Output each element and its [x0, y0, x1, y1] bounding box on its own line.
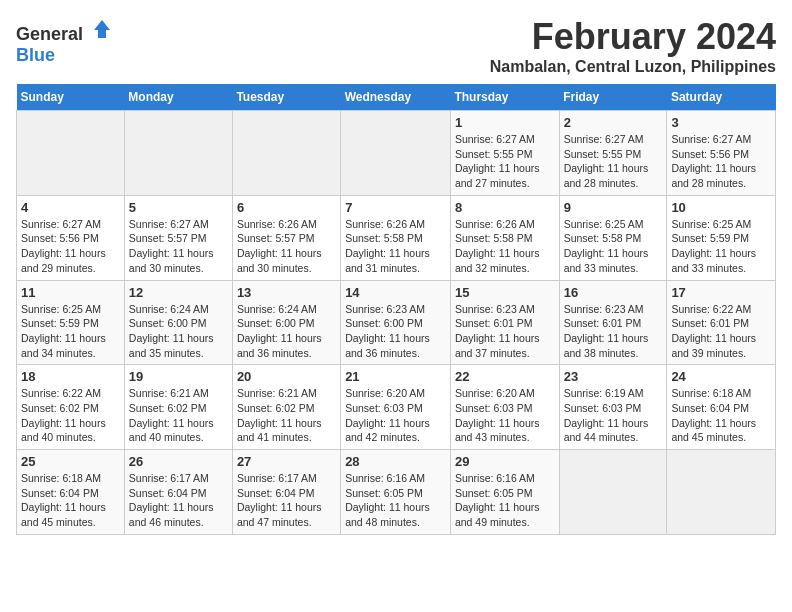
- logo-blue: Blue: [16, 45, 55, 65]
- day-cell: 8Sunrise: 6:26 AM Sunset: 5:58 PM Daylig…: [450, 195, 559, 280]
- day-cell: 2Sunrise: 6:27 AM Sunset: 5:55 PM Daylig…: [559, 111, 667, 196]
- day-detail: Sunrise: 6:17 AM Sunset: 6:04 PM Dayligh…: [237, 471, 336, 530]
- day-detail: Sunrise: 6:20 AM Sunset: 6:03 PM Dayligh…: [455, 386, 555, 445]
- day-detail: Sunrise: 6:23 AM Sunset: 6:01 PM Dayligh…: [455, 302, 555, 361]
- day-detail: Sunrise: 6:20 AM Sunset: 6:03 PM Dayligh…: [345, 386, 446, 445]
- day-cell: 14Sunrise: 6:23 AM Sunset: 6:00 PM Dayli…: [341, 280, 451, 365]
- day-detail: Sunrise: 6:18 AM Sunset: 6:04 PM Dayligh…: [671, 386, 771, 445]
- day-header-friday: Friday: [559, 84, 667, 111]
- day-cell: 18Sunrise: 6:22 AM Sunset: 6:02 PM Dayli…: [17, 365, 125, 450]
- day-cell: 15Sunrise: 6:23 AM Sunset: 6:01 PM Dayli…: [450, 280, 559, 365]
- day-detail: Sunrise: 6:24 AM Sunset: 6:00 PM Dayligh…: [129, 302, 228, 361]
- day-header-wednesday: Wednesday: [341, 84, 451, 111]
- day-detail: Sunrise: 6:18 AM Sunset: 6:04 PM Dayligh…: [21, 471, 120, 530]
- day-detail: Sunrise: 6:27 AM Sunset: 5:56 PM Dayligh…: [21, 217, 120, 276]
- day-number: 2: [564, 115, 663, 130]
- day-cell: 21Sunrise: 6:20 AM Sunset: 6:03 PM Dayli…: [341, 365, 451, 450]
- day-cell: 12Sunrise: 6:24 AM Sunset: 6:00 PM Dayli…: [124, 280, 232, 365]
- day-cell: 3Sunrise: 6:27 AM Sunset: 5:56 PM Daylig…: [667, 111, 776, 196]
- day-detail: Sunrise: 6:27 AM Sunset: 5:55 PM Dayligh…: [564, 132, 663, 191]
- day-detail: Sunrise: 6:26 AM Sunset: 5:58 PM Dayligh…: [455, 217, 555, 276]
- day-detail: Sunrise: 6:26 AM Sunset: 5:58 PM Dayligh…: [345, 217, 446, 276]
- day-detail: Sunrise: 6:17 AM Sunset: 6:04 PM Dayligh…: [129, 471, 228, 530]
- day-detail: Sunrise: 6:22 AM Sunset: 6:02 PM Dayligh…: [21, 386, 120, 445]
- day-number: 24: [671, 369, 771, 384]
- day-cell: 11Sunrise: 6:25 AM Sunset: 5:59 PM Dayli…: [17, 280, 125, 365]
- day-number: 9: [564, 200, 663, 215]
- day-detail: Sunrise: 6:25 AM Sunset: 5:59 PM Dayligh…: [671, 217, 771, 276]
- day-detail: Sunrise: 6:25 AM Sunset: 5:59 PM Dayligh…: [21, 302, 120, 361]
- day-number: 14: [345, 285, 446, 300]
- logo-text: General Blue: [16, 16, 114, 66]
- day-detail: Sunrise: 6:22 AM Sunset: 6:01 PM Dayligh…: [671, 302, 771, 361]
- header: General Blue February 2024 Nambalan, Cen…: [16, 16, 776, 76]
- day-detail: Sunrise: 6:25 AM Sunset: 5:58 PM Dayligh…: [564, 217, 663, 276]
- day-cell: 6Sunrise: 6:26 AM Sunset: 5:57 PM Daylig…: [232, 195, 340, 280]
- day-detail: Sunrise: 6:27 AM Sunset: 5:55 PM Dayligh…: [455, 132, 555, 191]
- logo: General Blue: [16, 16, 114, 66]
- day-number: 7: [345, 200, 446, 215]
- day-detail: Sunrise: 6:23 AM Sunset: 6:00 PM Dayligh…: [345, 302, 446, 361]
- day-detail: Sunrise: 6:21 AM Sunset: 6:02 PM Dayligh…: [129, 386, 228, 445]
- location-title: Nambalan, Central Luzon, Philippines: [490, 58, 776, 76]
- day-number: 3: [671, 115, 771, 130]
- day-detail: Sunrise: 6:19 AM Sunset: 6:03 PM Dayligh…: [564, 386, 663, 445]
- day-detail: Sunrise: 6:24 AM Sunset: 6:00 PM Dayligh…: [237, 302, 336, 361]
- day-header-saturday: Saturday: [667, 84, 776, 111]
- calendar-body: 1Sunrise: 6:27 AM Sunset: 5:55 PM Daylig…: [17, 111, 776, 535]
- day-number: 8: [455, 200, 555, 215]
- day-cell: [341, 111, 451, 196]
- day-number: 4: [21, 200, 120, 215]
- day-cell: 5Sunrise: 6:27 AM Sunset: 5:57 PM Daylig…: [124, 195, 232, 280]
- day-number: 22: [455, 369, 555, 384]
- calendar-header-row: SundayMondayTuesdayWednesdayThursdayFrid…: [17, 84, 776, 111]
- day-cell: 24Sunrise: 6:18 AM Sunset: 6:04 PM Dayli…: [667, 365, 776, 450]
- day-header-sunday: Sunday: [17, 84, 125, 111]
- day-header-monday: Monday: [124, 84, 232, 111]
- day-detail: Sunrise: 6:27 AM Sunset: 5:56 PM Dayligh…: [671, 132, 771, 191]
- day-number: 5: [129, 200, 228, 215]
- day-cell: 7Sunrise: 6:26 AM Sunset: 5:58 PM Daylig…: [341, 195, 451, 280]
- day-number: 25: [21, 454, 120, 469]
- day-header-thursday: Thursday: [450, 84, 559, 111]
- day-cell: [232, 111, 340, 196]
- day-detail: Sunrise: 6:16 AM Sunset: 6:05 PM Dayligh…: [455, 471, 555, 530]
- day-number: 26: [129, 454, 228, 469]
- day-cell: 9Sunrise: 6:25 AM Sunset: 5:58 PM Daylig…: [559, 195, 667, 280]
- title-area: February 2024 Nambalan, Central Luzon, P…: [490, 16, 776, 76]
- day-cell: 25Sunrise: 6:18 AM Sunset: 6:04 PM Dayli…: [17, 450, 125, 535]
- day-cell: 29Sunrise: 6:16 AM Sunset: 6:05 PM Dayli…: [450, 450, 559, 535]
- day-cell: 23Sunrise: 6:19 AM Sunset: 6:03 PM Dayli…: [559, 365, 667, 450]
- week-row-4: 18Sunrise: 6:22 AM Sunset: 6:02 PM Dayli…: [17, 365, 776, 450]
- day-cell: 10Sunrise: 6:25 AM Sunset: 5:59 PM Dayli…: [667, 195, 776, 280]
- day-number: 15: [455, 285, 555, 300]
- day-cell: 28Sunrise: 6:16 AM Sunset: 6:05 PM Dayli…: [341, 450, 451, 535]
- day-number: 13: [237, 285, 336, 300]
- day-cell: 1Sunrise: 6:27 AM Sunset: 5:55 PM Daylig…: [450, 111, 559, 196]
- day-number: 28: [345, 454, 446, 469]
- week-row-2: 4Sunrise: 6:27 AM Sunset: 5:56 PM Daylig…: [17, 195, 776, 280]
- day-detail: Sunrise: 6:23 AM Sunset: 6:01 PM Dayligh…: [564, 302, 663, 361]
- day-cell: [124, 111, 232, 196]
- day-number: 19: [129, 369, 228, 384]
- day-cell: [667, 450, 776, 535]
- logo-icon: [90, 16, 114, 40]
- day-cell: [17, 111, 125, 196]
- day-cell: 16Sunrise: 6:23 AM Sunset: 6:01 PM Dayli…: [559, 280, 667, 365]
- week-row-1: 1Sunrise: 6:27 AM Sunset: 5:55 PM Daylig…: [17, 111, 776, 196]
- day-detail: Sunrise: 6:21 AM Sunset: 6:02 PM Dayligh…: [237, 386, 336, 445]
- day-number: 11: [21, 285, 120, 300]
- day-number: 18: [21, 369, 120, 384]
- day-detail: Sunrise: 6:26 AM Sunset: 5:57 PM Dayligh…: [237, 217, 336, 276]
- day-number: 29: [455, 454, 555, 469]
- day-number: 10: [671, 200, 771, 215]
- day-cell: 4Sunrise: 6:27 AM Sunset: 5:56 PM Daylig…: [17, 195, 125, 280]
- day-cell: [559, 450, 667, 535]
- day-header-tuesday: Tuesday: [232, 84, 340, 111]
- day-cell: 22Sunrise: 6:20 AM Sunset: 6:03 PM Dayli…: [450, 365, 559, 450]
- day-cell: 17Sunrise: 6:22 AM Sunset: 6:01 PM Dayli…: [667, 280, 776, 365]
- week-row-3: 11Sunrise: 6:25 AM Sunset: 5:59 PM Dayli…: [17, 280, 776, 365]
- day-number: 1: [455, 115, 555, 130]
- day-cell: 13Sunrise: 6:24 AM Sunset: 6:00 PM Dayli…: [232, 280, 340, 365]
- day-number: 17: [671, 285, 771, 300]
